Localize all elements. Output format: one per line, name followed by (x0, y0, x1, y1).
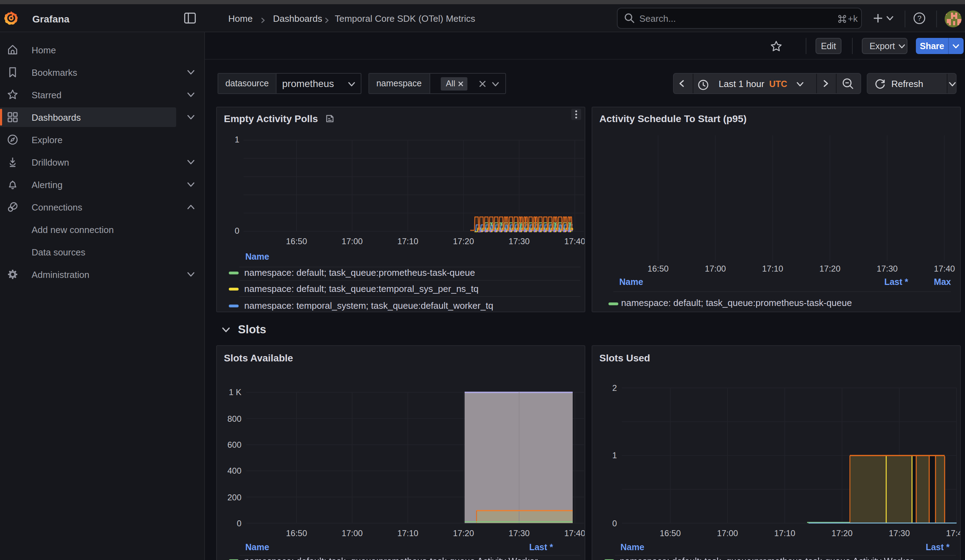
svg-text:?: ? (917, 14, 921, 22)
